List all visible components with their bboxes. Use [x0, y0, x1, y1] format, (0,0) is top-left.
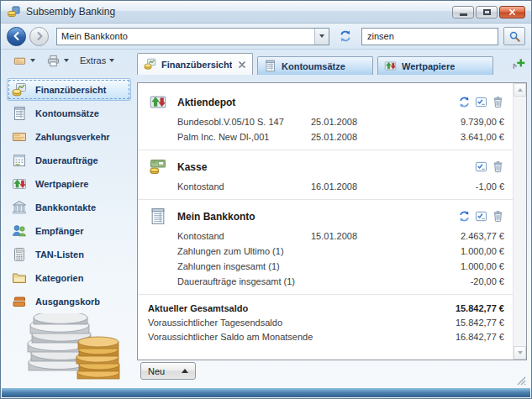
row-name: Daueraufträge insgesamt (1): [177, 276, 311, 288]
sidebar-item-label: Daueraufträge: [35, 155, 98, 165]
row-name: Zahlungen zum Ultimo (1): [177, 245, 311, 258]
balance-row: Daueraufträge insgesamt (1)-20,00 €: [177, 276, 504, 288]
section-title: Mein Bankkonto: [177, 211, 449, 223]
sidebar-item-wertpapiere[interactable]: Wertpapiere: [7, 172, 131, 195]
sidebar-item-label: Zahlungsverkehr: [35, 132, 110, 142]
delete-button[interactable]: [492, 96, 504, 108]
total-row: Voraussichtlicher Tagesendsaldo15.842,77…: [148, 317, 504, 329]
new-button-label: Neu: [148, 366, 165, 376]
total-row: Voraussichtlicher Saldo am Monatsende16.…: [148, 331, 504, 344]
account-selector-dropdown[interactable]: [314, 29, 329, 45]
new-payment-menu-button[interactable]: [8, 52, 40, 69]
account-selector[interactable]: [56, 28, 329, 45]
titlebar: Subsembly Banking: [1, 1, 531, 24]
bank-contacts-icon: [12, 200, 27, 215]
search-icon: [508, 30, 521, 43]
tab-wertpapiere[interactable]: Wertpapiere: [377, 56, 493, 75]
refresh-button[interactable]: [458, 210, 471, 223]
balance-button[interactable]: [475, 96, 487, 108]
row-value: 1.000,00 €: [402, 260, 504, 273]
search-button[interactable]: [503, 27, 525, 45]
sidebar-item-label: Bankkontakte: [35, 202, 96, 213]
minimize-button[interactable]: [452, 6, 474, 18]
minimize-icon: [460, 13, 467, 16]
sidebar-item-label: Kontoumsätze: [35, 108, 99, 118]
tab-label: Finanzübersicht: [161, 60, 232, 70]
account-ledger-icon: [148, 207, 168, 225]
balance-button[interactable]: [475, 160, 487, 173]
window-bottom-bar: [2, 388, 530, 397]
balance-row: Zahlungen zum Ultimo (1)1.000,00 €: [177, 245, 504, 258]
close-tab-button[interactable]: [238, 60, 246, 69]
row-name: Bundesobl.V.05/10 S. 147: [177, 116, 311, 129]
sidebar-item-kategorien[interactable]: Kategorien: [7, 266, 131, 289]
search-input[interactable]: [362, 29, 498, 45]
extras-menu-button[interactable]: Extras: [76, 52, 119, 69]
sidebar-item-empfaenger[interactable]: Empfänger: [7, 219, 131, 242]
sidebar-item-bankkontakte[interactable]: Bankkontakte: [7, 196, 131, 218]
account-selector-input[interactable]: [57, 29, 314, 45]
row-date: [311, 245, 402, 258]
scroll-down-button[interactable]: [514, 346, 526, 360]
sidebar-item-finanzuebersicht[interactable]: Finanzübersicht: [7, 78, 131, 101]
print-menu-button[interactable]: [42, 52, 73, 69]
content-area: FinanzübersichtKontoumsätzeWertpapiere A…: [137, 50, 527, 387]
sync-button[interactable]: [334, 27, 356, 45]
balance-row: Palm Inc. New Dl-,00125.01.20083.641,00 …: [177, 131, 504, 144]
row-date: [311, 276, 402, 288]
navigation-toolbar: [1, 24, 531, 50]
balance-row: Zahlungen insgesamt (1)1.000,00 €: [177, 260, 504, 273]
refresh-button[interactable]: [458, 96, 471, 108]
scroll-up-button[interactable]: [514, 83, 526, 97]
coins-image: [22, 313, 121, 382]
standing-orders-icon: [12, 153, 27, 168]
securities-icon: [148, 93, 168, 111]
tab-finanzuebersicht[interactable]: Finanzübersicht: [137, 53, 253, 75]
back-button[interactable]: [7, 27, 26, 46]
finance-overview-panel: AktiendepotBundesobl.V.05/10 S. 14725.01…: [137, 82, 527, 360]
refresh-icon: [339, 29, 352, 43]
total-value: 15.842,77 €: [378, 317, 504, 329]
row-name: Kontostand: [177, 181, 311, 193]
tab-label: Wertpapiere: [402, 61, 455, 71]
row-value: 3.641,00 €: [402, 131, 504, 144]
close-button[interactable]: [499, 6, 525, 18]
new-button[interactable]: Neu: [140, 362, 196, 380]
delete-button[interactable]: [492, 160, 504, 173]
printer-icon: [46, 55, 61, 67]
main-area: Extras FinanzübersichtKontoumsätzeZahlun…: [5, 50, 527, 387]
sidebar-item-label: Wertpapiere: [35, 179, 88, 189]
sidebar-toolbar: Extras: [5, 50, 133, 71]
sidebar-item-ausgangskorb[interactable]: Ausgangskorb: [7, 290, 131, 312]
chevron-down-icon: [64, 59, 69, 62]
row-date: 16.01.2008: [311, 181, 402, 193]
chevron-down-icon: [30, 59, 35, 62]
row-value: 1.000,00 €: [402, 245, 504, 258]
finance-overview-icon: [12, 82, 27, 97]
forward-button[interactable]: [29, 27, 49, 46]
forward-arrow-icon: [34, 31, 45, 41]
sidebar-item-kontoumsaetze[interactable]: Kontoumsätze: [7, 102, 131, 124]
payments-icon: [12, 129, 27, 144]
tab-label: Kontoumsätze: [282, 61, 345, 71]
scrollbar[interactable]: [513, 83, 526, 360]
section-title: Kasse: [177, 161, 466, 173]
total-value: 16.842,77 €: [378, 331, 504, 344]
new-tab-button[interactable]: [510, 55, 527, 72]
sidebar-item-tan-listen[interactable]: TAN-Listen: [7, 243, 131, 265]
resize-grip[interactable]: [517, 376, 526, 386]
row-date: 15.01.2008: [311, 230, 402, 243]
categories-icon: [12, 270, 27, 286]
account-section: KasseKontostand16.01.2008-1,00 €: [138, 150, 513, 200]
total-label: Voraussichtlicher Tagesendsaldo: [148, 317, 378, 329]
securities-icon: [384, 60, 397, 72]
delete-button[interactable]: [492, 210, 504, 223]
sidebar-item-dauerauftraege[interactable]: Daueraufträge: [7, 149, 131, 171]
row-name: Zahlungen insgesamt (1): [177, 260, 311, 273]
search-box[interactable]: [361, 28, 498, 45]
sidebar-nav: FinanzübersichtKontoumsätzeZahlungsverke…: [5, 78, 133, 312]
sidebar-item-zahlungsverkehr[interactable]: Zahlungsverkehr: [7, 125, 131, 148]
balance-button[interactable]: [475, 210, 487, 223]
tab-kontoumsaetze[interactable]: Kontoumsätze: [257, 56, 373, 75]
maximize-button[interactable]: [476, 6, 498, 18]
